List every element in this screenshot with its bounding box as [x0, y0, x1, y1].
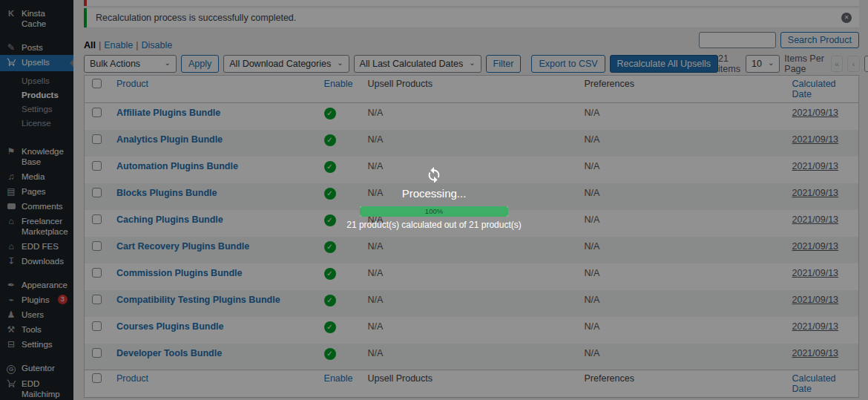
- refresh-spinner-icon: [426, 166, 442, 183]
- processing-modal: Processing... 100% 21 product(s) calcula…: [315, 166, 553, 230]
- processing-title: Processing...: [315, 187, 553, 200]
- processing-status: 21 product(s) calculated out of 21 produ…: [315, 220, 553, 230]
- wordpress-admin-page: KKinsta Cache✎PostsUpsellsUpsellsProduct…: [0, 0, 868, 400]
- progress-bar: 100%: [360, 206, 508, 217]
- progress-percent: 100%: [360, 206, 508, 217]
